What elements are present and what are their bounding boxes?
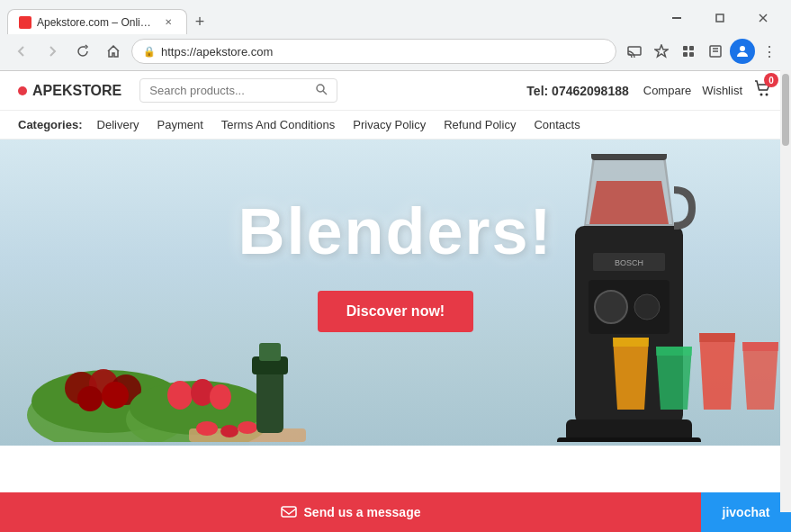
address-bar[interactable]: 🔒 https://apekstore.com	[131, 39, 616, 64]
discover-button[interactable]: Discover now!	[318, 291, 473, 332]
search-button[interactable]	[315, 83, 328, 98]
fruits-decoration	[18, 262, 306, 442]
address-bar-row: 🔒 https://apekstore.com ⋮	[0, 34, 791, 70]
home-button[interactable]	[101, 39, 126, 64]
maximize-button[interactable]	[699, 5, 741, 31]
back-button[interactable]	[9, 39, 34, 64]
hero-section: BOSCH	[0, 140, 791, 446]
nav-contacts[interactable]: Contacts	[526, 116, 587, 133]
svg-rect-4	[628, 47, 641, 55]
page-content: APEKSTORE Tel: 07462098188 Compare Wishl…	[0, 71, 791, 446]
svg-point-30	[196, 421, 218, 436]
cart-button[interactable]: 0	[753, 78, 773, 103]
minimize-button[interactable]	[656, 5, 697, 31]
tab-favicon	[19, 16, 31, 29]
svg-rect-45	[282, 507, 296, 517]
svg-point-28	[210, 384, 231, 410]
svg-point-40	[634, 294, 660, 320]
nav-bar: Categories: Delivery Payment Terms And C…	[0, 111, 791, 140]
svg-point-23	[102, 382, 129, 409]
svg-text:BOSCH: BOSCH	[615, 258, 643, 267]
toolbar-icons: ⋮	[622, 39, 782, 64]
nav-terms[interactable]: Terms And Conditions	[214, 116, 342, 133]
menu-button[interactable]: ⋮	[757, 39, 782, 64]
svg-rect-35	[259, 343, 281, 361]
search-input[interactable]	[149, 84, 310, 97]
svg-rect-0	[672, 17, 681, 19]
svg-point-22	[77, 386, 103, 411]
store-header: APEKSTORE Tel: 07462098188 Compare Wishl…	[0, 71, 791, 111]
scrollbar[interactable]	[780, 70, 791, 512]
bottom-bar: Send us a message jivochat	[0, 492, 791, 532]
header-actions: Compare Wishlist 0	[643, 78, 773, 103]
svg-point-32	[238, 421, 257, 434]
svg-point-26	[167, 381, 193, 410]
wishlist-link[interactable]: Wishlist	[702, 84, 742, 97]
svg-rect-8	[689, 52, 694, 57]
nav-privacy[interactable]: Privacy Policy	[346, 116, 433, 133]
url-text: https://apekstore.com	[161, 45, 605, 59]
glasses-decoration	[604, 320, 784, 428]
store-logo-text: APEKSTORE	[32, 83, 121, 99]
jivochat-button[interactable]: jivochat	[701, 492, 791, 532]
forward-button[interactable]	[40, 39, 65, 64]
lock-icon: 🔒	[143, 46, 156, 58]
svg-rect-7	[683, 52, 688, 57]
svg-point-15	[760, 94, 763, 96]
profile-button[interactable]	[730, 39, 755, 64]
svg-rect-5	[683, 46, 688, 50]
svg-rect-37	[591, 154, 667, 160]
nav-payment[interactable]: Payment	[150, 116, 211, 133]
svg-line-14	[323, 91, 327, 95]
send-message-label: Send us a message	[304, 505, 421, 519]
tel-number: Tel: 07462098188	[526, 84, 628, 98]
svg-rect-1	[716, 14, 724, 22]
star-button[interactable]	[649, 39, 674, 64]
extensions-button[interactable]	[676, 39, 701, 64]
svg-point-16	[766, 94, 769, 96]
svg-rect-6	[689, 46, 694, 50]
svg-point-13	[317, 85, 324, 92]
search-box[interactable]	[139, 78, 337, 103]
message-icon	[281, 504, 297, 520]
store-right: Tel: 07462098188 Compare Wishlist 0	[526, 78, 773, 103]
send-message-button[interactable]: Send us a message	[0, 492, 701, 532]
browser-chrome: Apekstore.com – Online shopp… ✕ +	[0, 0, 791, 71]
cast-button[interactable]	[622, 39, 647, 64]
active-tab[interactable]: Apekstore.com – Online shopp… ✕	[7, 9, 187, 34]
store-logo[interactable]: APEKSTORE	[18, 83, 121, 99]
compare-link[interactable]: Compare	[643, 84, 691, 97]
svg-rect-44	[557, 437, 701, 442]
reading-list-button[interactable]	[703, 39, 728, 64]
svg-point-12	[740, 46, 745, 51]
nav-refund[interactable]: Refund Policy	[436, 116, 523, 133]
reload-button[interactable]	[70, 39, 95, 64]
hero-title: Blenders!	[238, 199, 553, 264]
new-tab-button[interactable]: +	[187, 9, 212, 34]
tab-close-btn[interactable]: ✕	[161, 15, 175, 30]
nav-delivery[interactable]: Delivery	[90, 116, 147, 133]
categories-label: Categories:	[18, 118, 83, 131]
store-left: APEKSTORE	[18, 78, 337, 103]
svg-point-31	[220, 425, 238, 437]
close-button[interactable]	[742, 5, 784, 31]
cart-badge: 0	[764, 73, 778, 87]
svg-point-39	[595, 291, 627, 323]
scrollbar-thumb[interactable]	[782, 74, 789, 146]
tab-title: Apekstore.com – Online shopp…	[37, 16, 156, 29]
logo-dot	[18, 86, 27, 95]
jivochat-label: jivochat	[723, 505, 770, 519]
